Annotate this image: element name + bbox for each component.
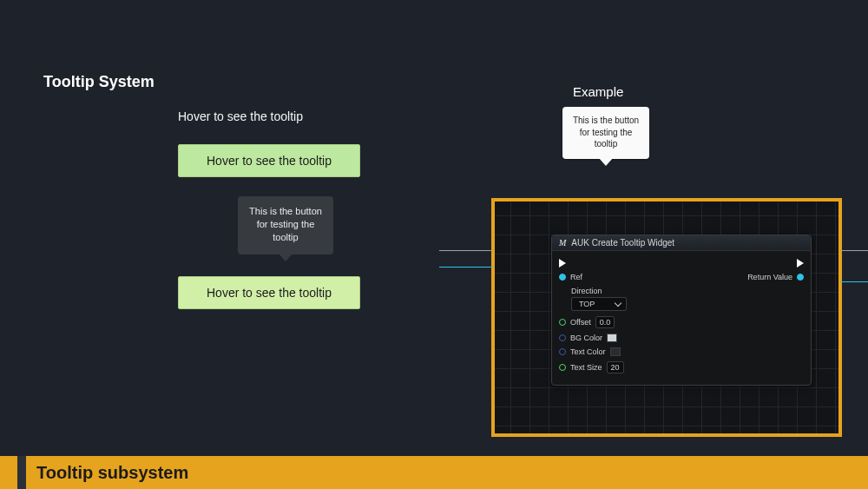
exec-out-pin[interactable]: [797, 259, 804, 268]
bgcolor-swatch[interactable]: [607, 334, 617, 342]
pin-text-size[interactable]: [559, 364, 566, 371]
blueprint-node-title: AUK Create Tooltip Widget: [571, 238, 674, 248]
wire-ref-in: [439, 267, 493, 268]
footer-accent: [17, 456, 26, 489]
direction-select[interactable]: TOP: [571, 297, 627, 311]
tooltip-light: This is the button for testing the toolt…: [562, 107, 649, 159]
exec-in-pin[interactable]: [559, 259, 566, 268]
plain-hover-text: Hover to see the tooltip: [178, 109, 303, 123]
pin-text-color[interactable]: [559, 348, 566, 355]
textcolor-swatch[interactable]: [610, 347, 621, 356]
footer-title: Tooltip subsystem: [36, 463, 188, 483]
hover-demo-button-1[interactable]: Hover to see the tooltip: [178, 144, 360, 177]
wire-exec-in: [439, 250, 493, 251]
pin-offset-label: Offset: [570, 318, 591, 327]
node-prefix-icon: M: [559, 238, 566, 248]
pin-direction-label: Direction: [571, 287, 602, 295]
pin-ref-label: Ref: [570, 273, 582, 281]
blueprint-editor-panel: M AUK Create Tooltip Widget Ref Return V…: [491, 198, 842, 437]
pin-bgcolor-label: BG Color: [570, 334, 602, 342]
example-heading: Example: [573, 84, 623, 99]
pin-textcolor-label: Text Color: [570, 347, 606, 356]
hover-demo-button-2[interactable]: Hover to see the tooltip: [178, 276, 360, 309]
pin-textsize-label: Text Size: [570, 363, 602, 372]
pin-offset[interactable]: [559, 319, 566, 326]
pin-bg-color[interactable]: [559, 334, 566, 341]
page-title: Tooltip System: [43, 73, 155, 91]
blueprint-node-header: M AUK Create Tooltip Widget: [552, 235, 811, 251]
textsize-input[interactable]: 20: [607, 361, 624, 373]
direction-select-value: TOP: [579, 300, 595, 308]
footer-banner: Tooltip subsystem: [0, 456, 868, 489]
wire-exec-out: [840, 250, 868, 251]
pin-return-label: Return Value: [747, 273, 792, 281]
offset-input[interactable]: 0.0: [595, 316, 615, 328]
tooltip-dark: This is the button for testing the toolt…: [238, 196, 333, 254]
chevron-down-icon: [615, 299, 621, 306]
pin-return-value[interactable]: [797, 274, 804, 281]
pin-ref[interactable]: [559, 274, 566, 281]
blueprint-node[interactable]: M AUK Create Tooltip Widget Ref Return V…: [551, 235, 812, 386]
wire-return-out: [840, 281, 868, 282]
